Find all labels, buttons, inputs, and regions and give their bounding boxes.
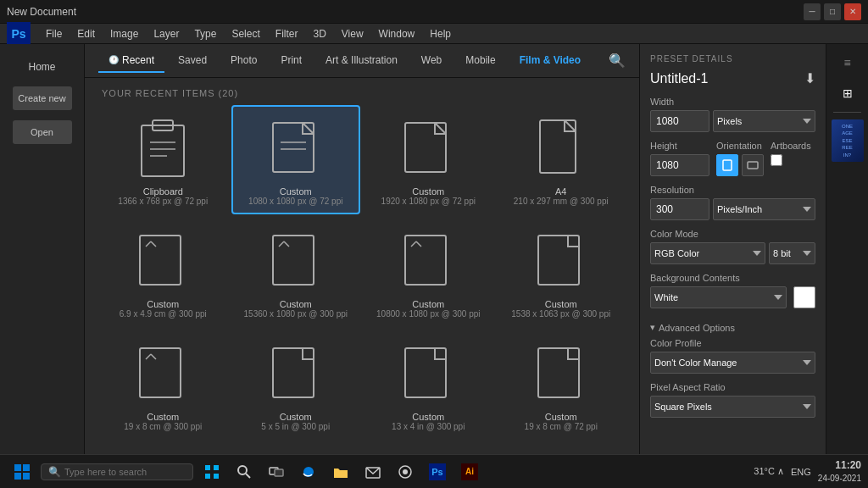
resolution-row: Pixels/Inch Pixels/Cm	[650, 198, 815, 220]
ps-logo: Ps	[7, 22, 31, 46]
background-select[interactable]: White Black Transparent Background Color	[650, 286, 787, 308]
artboards-checkbox[interactable]	[771, 154, 782, 166]
svg-rect-8	[405, 123, 446, 172]
tab-print[interactable]: Print	[270, 49, 312, 73]
svg-rect-0	[142, 125, 184, 176]
width-label: Width	[650, 97, 815, 107]
resolution-unit-select[interactable]: Pixels/Inch Pixels/Cm	[713, 198, 815, 220]
taskbar-icon-search[interactable]	[229, 457, 259, 487]
title-bar-controls: ─ □ ✕	[804, 3, 861, 20]
resolution-field-group: Resolution Pixels/Inch Pixels/Cm	[650, 185, 815, 220]
color-mode-label: Color Mode	[650, 229, 815, 239]
svg-rect-24	[405, 348, 446, 397]
width-unit-select[interactable]: Pixels Inches cm mm	[713, 110, 815, 132]
taskbar-icon-chrome[interactable]	[390, 457, 420, 487]
tab-web[interactable]: Web	[411, 49, 452, 73]
color-profile-field-group: Color Profile Don't Color Manage sRGB IE…	[650, 338, 815, 374]
bit-depth-select[interactable]: 8 bit 16 bit 32 bit	[769, 242, 815, 264]
tab-art[interactable]: Art & Illustration	[315, 49, 408, 73]
doc-item-11[interactable]: Custom 19 x 8 cm @ 72 ppi	[497, 330, 626, 440]
tab-film[interactable]: Film & Video	[509, 49, 591, 73]
color-mode-row: RGB Color CMYK Color Grayscale 8 bit 16 …	[650, 242, 815, 264]
orientation-group: Orientation	[716, 141, 764, 176]
advanced-toggle[interactable]: ▾ Advanced Options	[650, 322, 815, 333]
taskbar-search-input[interactable]	[64, 467, 183, 477]
taskbar-icon-mail[interactable]	[358, 457, 388, 487]
title-bar-title: New Document	[7, 6, 76, 18]
doc-item-5[interactable]: Custom 15360 x 1080 px @ 300 ppi	[231, 218, 361, 327]
preset-label: PRESET DETAILS	[650, 54, 815, 64]
svg-rect-31	[23, 473, 30, 480]
color-profile-select[interactable]: Don't Color Manage sRGB IEC61966-2.1 Ado…	[650, 352, 815, 374]
close-button[interactable]: ✕	[844, 3, 861, 20]
svg-rect-33	[214, 465, 219, 470]
taskbar-icon-folder[interactable]	[326, 457, 356, 487]
taskbar-icon-multitask[interactable]	[261, 457, 292, 487]
background-label: Background Contents	[650, 273, 815, 283]
width-field-group: Width Pixels Inches cm mm	[650, 97, 815, 132]
tab-mobile[interactable]: Mobile	[455, 49, 505, 73]
save-preset-icon[interactable]: ⬇	[804, 70, 815, 86]
doc-icon-2	[398, 115, 458, 183]
doc-item-9[interactable]: Custom 5 x 5 in @ 300 ppi	[231, 330, 361, 440]
svg-line-15	[284, 241, 289, 247]
pixel-aspect-select[interactable]: Square Pixels D1/DV NTSC (0.91) D1/DV PA…	[650, 396, 815, 418]
menu-3d[interactable]: 3D	[306, 26, 332, 42]
height-label: Height	[650, 141, 709, 151]
doc-item-4[interactable]: Custom 6.9 x 4.9 cm @ 300 ppi	[98, 218, 228, 327]
taskbar-icon-ps[interactable]: Ps	[422, 457, 453, 487]
doc-item-1[interactable]: Custom 1080 x 1080 px @ 72 ppi	[231, 105, 361, 214]
svg-rect-25	[538, 348, 579, 397]
menu-file[interactable]: File	[39, 26, 69, 42]
resolution-label: Resolution	[650, 185, 815, 195]
menu-edit[interactable]: Edit	[70, 26, 102, 42]
width-input[interactable]	[650, 110, 709, 132]
menu-view[interactable]: View	[335, 26, 370, 42]
doc-item-7[interactable]: Custom 1538 x 1063 px @ 300 ppi	[497, 218, 626, 327]
resolution-input[interactable]	[650, 198, 709, 220]
landscape-button[interactable]	[742, 154, 764, 176]
portrait-button[interactable]	[716, 154, 738, 176]
doc-item-6[interactable]: Custom 10800 x 1080 px @ 300 ppi	[364, 218, 493, 327]
height-group: Height	[650, 141, 709, 176]
taskbar: 🔍 Ps Ai 31°C ∧ ENG	[0, 454, 868, 488]
search-icon[interactable]: 🔍	[609, 53, 626, 69]
taskbar-icon-edge[interactable]	[293, 457, 324, 487]
svg-point-36	[238, 466, 247, 474]
menu-image[interactable]: Image	[103, 26, 145, 42]
doc-item-10[interactable]: Custom 13 x 4 in @ 300 ppi	[364, 330, 493, 440]
taskbar-search[interactable]: 🔍	[41, 463, 193, 480]
sidebar-home[interactable]: Home	[21, 58, 62, 76]
preset-name-row: Untitled-1 ⬇	[650, 70, 815, 86]
menu-type[interactable]: Type	[187, 26, 223, 42]
doc-item-0[interactable]: Clipboard 1366 x 768 px @ 72 ppi	[98, 105, 228, 214]
maximize-button[interactable]: □	[824, 3, 841, 20]
svg-rect-5	[273, 123, 314, 172]
minimize-button[interactable]: ─	[804, 3, 821, 20]
color-mode-select[interactable]: RGB Color CMYK Color Grayscale	[650, 242, 765, 264]
taskbar-icon-1[interactable]	[197, 457, 227, 487]
list-view-button[interactable]: ≡	[836, 51, 860, 75]
taskbar-icons: Ps Ai	[197, 457, 750, 487]
grid-view-button[interactable]: ⊞	[836, 81, 860, 105]
background-swatch[interactable]	[793, 286, 815, 308]
doc-icon-5	[266, 228, 326, 296]
taskbar-icon-ai[interactable]: Ai	[454, 457, 485, 487]
height-input[interactable]	[650, 154, 709, 176]
tab-recent[interactable]: 🕐 Recent	[98, 49, 164, 73]
create-new-button[interactable]: Create new	[13, 86, 72, 110]
doc-item-2[interactable]: Custom 1920 x 1080 px @ 72 ppi	[364, 105, 493, 214]
menu-layer[interactable]: Layer	[147, 26, 186, 42]
tab-saved[interactable]: Saved	[168, 49, 217, 73]
doc-icon-4	[133, 228, 192, 296]
menu-window[interactable]: Window	[372, 26, 422, 42]
menu-help[interactable]: Help	[423, 26, 458, 42]
doc-icon-10	[398, 341, 458, 408]
tab-photo[interactable]: Photo	[220, 49, 267, 73]
windows-start-button[interactable]	[7, 457, 37, 487]
open-button[interactable]: Open	[13, 120, 72, 144]
menu-select[interactable]: Select	[225, 26, 266, 42]
doc-item-8[interactable]: Custom 19 x 8 cm @ 300 ppi	[98, 330, 228, 440]
doc-item-3[interactable]: A4 210 x 297 mm @ 300 ppi	[497, 105, 626, 214]
menu-filter[interactable]: Filter	[269, 26, 305, 42]
